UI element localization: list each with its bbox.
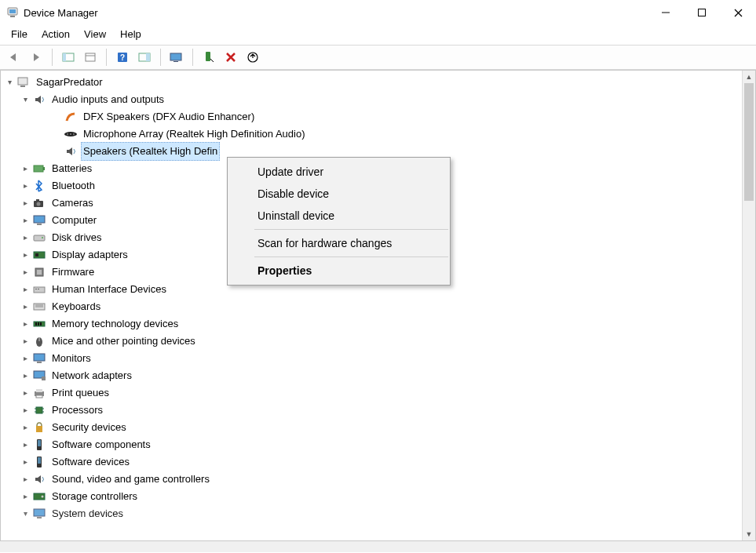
tree-category[interactable]: ▸ Memory technology devices [4, 315, 755, 333]
context-disable-device[interactable]: Disable device [228, 183, 450, 205]
tree-category[interactable]: ▸ Mice and other pointing devices [4, 333, 755, 350]
speaker-icon [64, 144, 78, 158]
context-update-driver[interactable]: Update driver [228, 161, 450, 183]
toolbar-divider [192, 49, 193, 66]
tree-root[interactable]: ▾ SagarPredator [4, 74, 755, 91]
titlebar: Device Manager [0, 0, 756, 25]
expand-icon[interactable]: ▸ [20, 384, 31, 402]
tree-device-microphone[interactable]: ▸ Microphone Array (Realtek High Definit… [4, 126, 755, 143]
svg-rect-40 [38, 289, 39, 289]
tree-root-label: SagarPredator [34, 73, 105, 92]
expand-icon[interactable]: ▸ [20, 229, 31, 246]
expand-icon[interactable]: ▸ [20, 298, 31, 315]
svg-rect-46 [38, 322, 39, 326]
expand-icon[interactable]: ▸ [20, 246, 31, 264]
svg-rect-57 [36, 407, 42, 413]
menu-help[interactable]: Help [114, 27, 148, 42]
svg-rect-14 [146, 53, 150, 61]
show-hide-console-button[interactable] [59, 48, 78, 67]
keyboard-icon [32, 300, 46, 314]
add-legacy-hardware-button[interactable] [199, 48, 218, 67]
menu-view[interactable]: View [78, 27, 112, 42]
tree-device-label: Speakers (Realtek High Defin [81, 142, 220, 161]
expand-icon[interactable]: ▸ [20, 195, 31, 212]
expand-icon[interactable]: ▸ [20, 436, 31, 453]
expand-icon[interactable]: ▸ [20, 488, 31, 505]
expand-icon[interactable]: ▸ [20, 471, 31, 488]
device-tree[interactable]: ▾ SagarPredator ▾ Audio inputs and outpu… [0, 71, 756, 541]
tree-category[interactable]: ▸ Software devices [4, 453, 755, 471]
svg-rect-32 [34, 235, 45, 241]
printer-icon [32, 386, 46, 400]
tree-category-label: Software components [49, 435, 153, 454]
tree-category-label: Cameras [49, 194, 96, 213]
svg-rect-19 [18, 78, 27, 85]
expand-icon[interactable]: ▸ [20, 402, 31, 419]
context-uninstall-device[interactable]: Uninstall device [228, 205, 450, 227]
uninstall-button[interactable] [221, 48, 240, 67]
tree-category[interactable]: ▸ Print queues [4, 384, 755, 402]
tree-device-dfx[interactable]: ▸ DFX Speakers (DFX Audio Enhancer) [4, 108, 755, 126]
scan-hardware-button[interactable] [167, 48, 186, 67]
tree-category[interactable]: ▸ Security devices [4, 419, 755, 436]
toolbar-divider [106, 49, 107, 66]
expand-icon[interactable]: ▸ [20, 281, 31, 298]
scroll-down-icon[interactable]: ▼ [743, 528, 755, 540]
expand-icon[interactable]: ▸ [20, 212, 31, 229]
minimize-button[interactable] [648, 0, 684, 25]
computer-icon [16, 75, 31, 89]
tree-category-label: Security devices [49, 418, 129, 437]
expand-icon[interactable]: ▸ [20, 419, 31, 436]
tree-category-label: Processors [49, 401, 105, 420]
tree-category[interactable]: ▸ Network adapters [4, 367, 755, 384]
svg-point-68 [42, 496, 44, 498]
expand-icon[interactable]: ▸ [20, 264, 31, 281]
context-scan-hardware[interactable]: Scan for hardware changes [228, 232, 450, 254]
svg-rect-30 [34, 216, 45, 223]
scroll-up-icon[interactable]: ▲ [743, 71, 755, 83]
svg-rect-53 [42, 377, 46, 380]
back-button[interactable] [5, 48, 24, 67]
tree-category[interactable]: ▸ Monitors [4, 350, 755, 367]
close-button[interactable] [720, 0, 756, 25]
vertical-scrollbar[interactable]: ▲ ▼ [742, 71, 755, 540]
tree-category[interactable]: ▾ System devices [4, 505, 755, 522]
collapse-icon[interactable]: ▾ [20, 91, 31, 108]
network-icon [32, 369, 46, 383]
expand-icon[interactable]: ▸ [20, 350, 31, 367]
expand-icon[interactable]: ▾ [20, 505, 31, 522]
expand-icon[interactable]: ▸ [20, 160, 31, 177]
audio-icon [32, 93, 46, 107]
scrollbar-thumb[interactable] [744, 83, 754, 201]
collapse-icon[interactable]: ▾ [4, 74, 15, 91]
expand-icon[interactable]: ▸ [20, 333, 31, 350]
tree-category[interactable]: ▸ Processors [4, 402, 755, 419]
update-driver-button[interactable] [243, 48, 262, 67]
tree-category[interactable]: ▸ Sound, video and game controllers [4, 471, 755, 488]
tree-category-audio[interactable]: ▾ Audio inputs and outputs [4, 91, 755, 108]
system-device-icon [32, 507, 46, 521]
svg-rect-62 [36, 426, 42, 432]
svg-rect-15 [170, 53, 181, 60]
tree-category[interactable]: ▸ Storage controllers [4, 488, 755, 505]
menu-action[interactable]: Action [35, 27, 76, 42]
tree-category[interactable]: ▸ Software components [4, 436, 755, 453]
expand-icon[interactable]: ▸ [20, 177, 31, 195]
content-frame: ▾ SagarPredator ▾ Audio inputs and outpu… [0, 70, 756, 541]
menu-file[interactable]: File [5, 27, 34, 42]
expand-icon[interactable]: ▸ [20, 453, 31, 471]
expand-icon[interactable]: ▸ [20, 367, 31, 384]
tree-category-label: Bluetooth [49, 176, 97, 195]
properties-button[interactable] [81, 48, 100, 67]
help-button[interactable]: ? [113, 48, 132, 67]
forward-button[interactable] [27, 48, 46, 67]
svg-rect-8 [63, 53, 66, 61]
tree-category[interactable]: ▸ Keyboards [4, 298, 755, 315]
context-properties[interactable]: Properties [228, 260, 450, 282]
hid-icon [32, 282, 46, 297]
action-list-button[interactable] [135, 48, 154, 67]
svg-rect-17 [206, 52, 210, 61]
maximize-button[interactable] [684, 0, 720, 25]
expand-icon[interactable]: ▸ [20, 315, 31, 333]
svg-point-28 [37, 202, 41, 206]
